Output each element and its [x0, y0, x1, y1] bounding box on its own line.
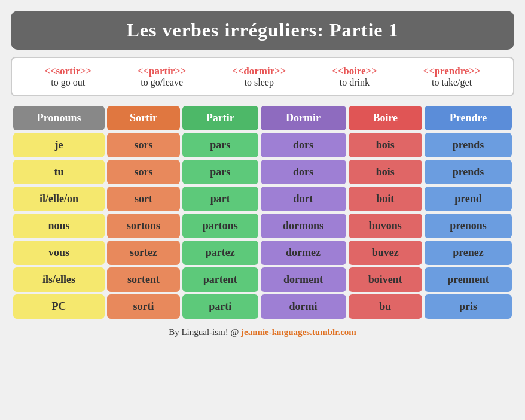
table-row: jesorsparsdorsboisprends — [13, 133, 512, 157]
pronoun-cell: ils/elles — [13, 267, 105, 292]
pronoun-cell: tu — [13, 160, 105, 184]
sortir-cell: sors — [107, 160, 180, 184]
verb-meaning-partir: to go/leave — [138, 77, 187, 88]
th-dormir: Dormir — [261, 106, 346, 130]
verb-meaning-dormir: to sleep — [232, 77, 286, 88]
partir-cell: partez — [182, 241, 258, 265]
prendre-cell: prenons — [425, 214, 512, 238]
prendre-cell: pris — [425, 294, 512, 319]
boire-cell: buvons — [349, 214, 422, 238]
sortir-cell: sort — [107, 187, 180, 211]
pronoun-cell: nous — [13, 214, 105, 238]
dormir-cell: dors — [261, 160, 346, 184]
verb-intro-box: <<sortir>> to go out <<partir>> to go/le… — [11, 57, 514, 96]
pronoun-cell: il/elle/on — [13, 187, 105, 211]
verb-name-boire: <<boire>> — [332, 65, 377, 77]
verb-meaning-sortir: to go out — [44, 77, 91, 88]
partir-cell: pars — [182, 160, 258, 184]
verb-name-prendre: <<prendre>> — [423, 65, 481, 77]
verb-meaning-boire: to drink — [332, 77, 377, 88]
boire-cell: bois — [349, 133, 422, 157]
verb-intro-dormir: <<dormir>> to sleep — [232, 65, 286, 88]
page-title: Les verbes irréguliers: Partie 1 — [23, 19, 502, 41]
table-row: voussortezpartezdormezbuvezprenez — [13, 241, 512, 265]
boire-cell: boivent — [349, 267, 422, 292]
verb-meaning-prendre: to take/get — [423, 77, 481, 88]
prendre-cell: prends — [425, 160, 512, 184]
verb-intro-boire: <<boire>> to drink — [332, 65, 377, 88]
dormir-cell: dors — [261, 133, 346, 157]
table-row: noussortonspartonsdormonsbuvonsprenons — [13, 214, 512, 238]
dormir-cell: dormi — [261, 294, 346, 319]
pronoun-cell: vous — [13, 241, 105, 265]
sortir-cell: sortent — [107, 267, 180, 292]
partir-cell: partent — [182, 267, 258, 292]
partir-cell: parti — [182, 294, 258, 319]
boire-cell: buvez — [349, 241, 422, 265]
sortir-cell: sors — [107, 133, 180, 157]
footer: By Lingual-ism! @ jeannie-languages.tumb… — [11, 327, 514, 337]
dormir-cell: dorment — [261, 267, 346, 292]
dormir-cell: dormez — [261, 241, 346, 265]
pronoun-cell: PC — [13, 294, 105, 319]
pronoun-cell: je — [13, 133, 105, 157]
sortir-cell: sorti — [107, 294, 180, 319]
table-row: PCsortipartidormibupris — [13, 294, 512, 319]
partir-cell: pars — [182, 133, 258, 157]
title-box: Les verbes irréguliers: Partie 1 — [11, 11, 514, 50]
prendre-cell: prends — [425, 133, 512, 157]
th-boire: Boire — [349, 106, 422, 130]
sortir-cell: sortons — [107, 214, 180, 238]
dormir-cell: dort — [261, 187, 346, 211]
th-partir: Partir — [182, 106, 258, 130]
verb-intro-sortir: <<sortir>> to go out — [44, 65, 91, 88]
boire-cell: bois — [349, 160, 422, 184]
verb-name-partir: <<partir>> — [138, 65, 187, 77]
prendre-cell: prennent — [425, 267, 512, 292]
th-prendre: Prendre — [425, 106, 512, 130]
verb-intro-prendre: <<prendre>> to take/get — [423, 65, 481, 88]
verb-intro-partir: <<partir>> to go/leave — [138, 65, 187, 88]
partir-cell: partons — [182, 214, 258, 238]
verb-name-sortir: <<sortir>> — [44, 65, 91, 77]
verb-table: Pronouns Sortir Partir Dormir Boire Pren… — [11, 104, 514, 321]
boire-cell: boit — [349, 187, 422, 211]
table-row: il/elle/onsortpartdortboitprend — [13, 187, 512, 211]
verb-name-dormir: <<dormir>> — [232, 65, 286, 77]
prendre-cell: prend — [425, 187, 512, 211]
boire-cell: bu — [349, 294, 422, 319]
header-row: Pronouns Sortir Partir Dormir Boire Pren… — [13, 106, 512, 130]
table-row: ils/ellessortentpartentdormentboiventpre… — [13, 267, 512, 292]
dormir-cell: dormons — [261, 214, 346, 238]
th-sortir: Sortir — [107, 106, 180, 130]
table-row: tusorsparsdorsboisprends — [13, 160, 512, 184]
footer-text1: By Lingual-ism! @ — [169, 327, 241, 337]
partir-cell: part — [182, 187, 258, 211]
prendre-cell: prenez — [425, 241, 512, 265]
footer-text2: jeannie-languages.tumblr.com — [241, 327, 356, 337]
th-pronouns: Pronouns — [13, 106, 105, 130]
main-container: Les verbes irréguliers: Partie 1 <<sorti… — [6, 6, 519, 342]
sortir-cell: sortez — [107, 241, 180, 265]
